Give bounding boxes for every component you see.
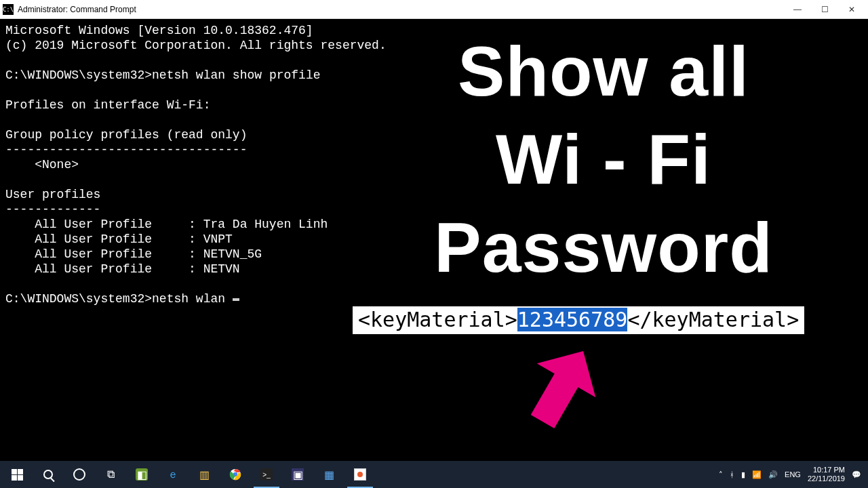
cortana-icon <box>73 468 85 481</box>
profile-row: All User Profile : Tra Da Huyen Linh <box>5 218 328 231</box>
chrome-icon <box>229 468 241 481</box>
xml-close-tag: </keyMaterial> <box>627 308 799 331</box>
taskbar-app[interactable]: ▥ <box>189 461 220 488</box>
terminal-line: <None> <box>5 158 79 171</box>
xml-open-tag: <keyMaterial> <box>358 308 517 331</box>
tray-chevron-icon[interactable]: ˄ <box>719 470 723 479</box>
wifi-icon[interactable]: 📶 <box>752 470 762 479</box>
terminal-line: Group policy profiles (read only) <box>5 128 247 142</box>
taskbar-app[interactable]: ◧ <box>126 461 157 488</box>
password-value: 123456789 <box>517 308 628 331</box>
minimize-button[interactable]: — <box>784 0 811 19</box>
bluetooth-icon[interactable]: ᚼ <box>730 470 734 479</box>
edge-icon: ｅ <box>167 468 179 481</box>
terminal-line: (c) 2019 Microsoft Corporation. All righ… <box>5 39 387 52</box>
volume-icon[interactable]: 🔊 <box>768 470 778 479</box>
start-button[interactable] <box>1 461 33 488</box>
language-indicator[interactable]: ENG <box>785 470 801 479</box>
search-button[interactable] <box>33 461 64 488</box>
close-button[interactable]: ✕ <box>838 0 865 19</box>
search-icon <box>43 470 53 479</box>
thumbnail-headline: Show all Wi - Fi Password <box>380 27 827 291</box>
cmd-taskbar-icon: >_ <box>260 468 273 481</box>
cmd-icon: C:\ <box>3 4 14 15</box>
terminal-line: --------------------------------- <box>5 143 247 157</box>
terminal-line: Profiles on interface Wi-Fi: <box>5 98 210 112</box>
system-tray[interactable]: ˄ ᚼ ▮ 📶 🔊 ENG 10:17 PM 22/11/2019 💬 <box>719 466 867 483</box>
terminal-line: ------------- <box>5 203 100 216</box>
terminal-line: User profiles <box>5 188 100 201</box>
app-icon: ▦ <box>323 468 335 481</box>
cursor <box>233 298 239 301</box>
taskbar-app[interactable]: ▦ <box>313 461 344 488</box>
window-titlebar: C:\ Administrator: Command Prompt — ☐ ✕ <box>0 0 868 19</box>
maximize-button[interactable]: ☐ <box>811 0 838 19</box>
profile-row: All User Profile : VNPT <box>5 232 233 246</box>
headline-line: Show all <box>380 27 827 115</box>
clock-time: 10:17 PM <box>808 466 845 474</box>
profile-row: All User Profile : NETVN_5G <box>5 247 262 261</box>
terminal-prompt: C:\WINDOWS\system32> <box>5 292 152 306</box>
terminal-line: Microsoft Windows [Version 10.0.18362.47… <box>5 24 313 37</box>
taskview-button[interactable]: ⧉ <box>95 461 126 488</box>
window-title: Administrator: Command Prompt <box>18 5 784 14</box>
clock-date: 22/11/2019 <box>808 474 845 483</box>
app-icon: ▣ <box>292 468 304 481</box>
profile-row: All User Profile : NETVN <box>5 262 240 276</box>
taskview-icon: ⧉ <box>104 468 117 481</box>
windows-logo-icon <box>12 469 23 481</box>
key-material-callout: <keyMaterial>123456789</keyMaterial> <box>353 306 804 334</box>
terminal-prompt: C:\WINDOWS\system32> <box>5 68 152 82</box>
headline-line: Wi - Fi <box>380 115 827 203</box>
window-controls: — ☐ ✕ <box>784 0 865 19</box>
taskbar-clock[interactable]: 10:17 PM 22/11/2019 <box>808 466 845 483</box>
taskbar: ⧉ ◧ ｅ ▥ >_ ▣ ▦ ˄ ᚼ ▮ 📶 🔊 ENG 10:17 PM 22… <box>0 461 868 488</box>
headline-line: Password <box>380 203 827 291</box>
taskbar-app-cmd[interactable]: >_ <box>251 461 282 488</box>
terminal-command-typing: netsh wlan <box>152 292 233 306</box>
notifications-icon[interactable]: 💬 <box>852 470 861 479</box>
cortana-button[interactable] <box>64 461 95 488</box>
taskbar-app[interactable]: ▣ <box>282 461 313 488</box>
terminal-command: netsh wlan show profile <box>152 68 320 82</box>
recorder-icon <box>354 468 366 481</box>
battery-icon[interactable]: ▮ <box>741 470 745 479</box>
taskbar-app[interactable]: ｅ <box>157 461 189 488</box>
taskbar-app[interactable] <box>220 461 251 488</box>
camtasia-icon: ◧ <box>136 468 148 481</box>
arrow-shaft <box>531 368 582 428</box>
taskbar-app-recorder[interactable] <box>344 461 376 488</box>
file-explorer-icon: ▥ <box>198 468 210 481</box>
